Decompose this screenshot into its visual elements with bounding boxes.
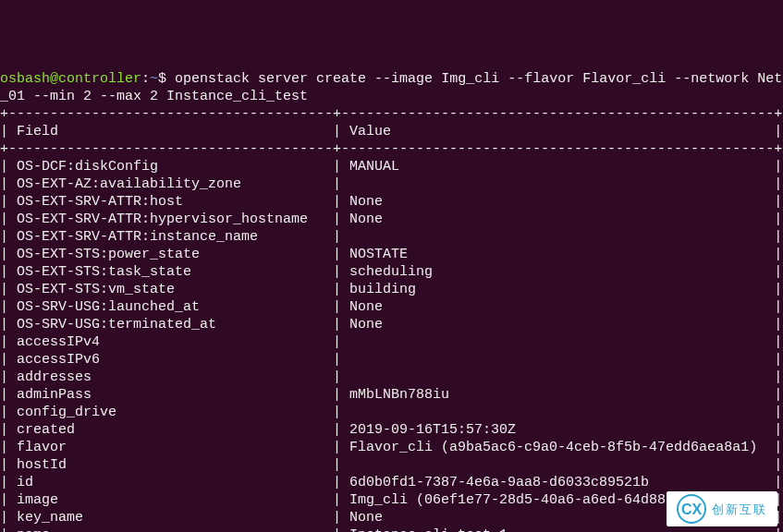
table-row: | addresses | | <box>0 369 782 385</box>
table-row: | accessIPv4 | | <box>0 334 782 350</box>
table-sep-mid: +---------------------------------------… <box>0 141 782 157</box>
table-row: | OS-EXT-SRV-ATTR:hypervisor_hostname | … <box>0 212 782 227</box>
table-row: | OS-EXT-SRV-ATTR:host | None | <box>0 194 782 210</box>
prompt-user-host: osbash@controller <box>0 71 141 87</box>
watermark-glyph: CX <box>677 494 706 524</box>
watermark-text: 创新互联 <box>712 501 767 518</box>
prompt-path: ~ <box>150 71 158 87</box>
watermark-logo: CX 创新互联 <box>667 491 777 526</box>
table-row: | name | Instance_cli_test-1 | <box>0 527 782 532</box>
table-row: | adminPass | mMbLNBn788iu | <box>0 387 782 403</box>
table-row: | accessIPv6 | | <box>0 352 782 368</box>
table-row: | OS-EXT-STS:power_state | NOSTATE | <box>0 247 782 262</box>
table-row: | OS-SRV-USG:launched_at | None | <box>0 299 782 315</box>
table-row: | id | 6d0b0fd1-7387-4e6a-9aa8-d6033c895… <box>0 475 782 490</box>
prompt-colon: : <box>141 71 150 87</box>
table-row: | OS-DCF:diskConfig | MANUAL | <box>0 159 782 175</box>
table-row: | OS-EXT-SRV-ATTR:instance_name | | <box>0 229 782 245</box>
table-row: | created | 2019-09-16T15:57:30Z | <box>0 422 782 438</box>
command-line: openstack server create --image Img_cli … <box>175 71 782 87</box>
table-row: | OS-EXT-STS:vm_state | building | <box>0 282 782 297</box>
table-row: | OS-EXT-STS:task_state | scheduling | <box>0 264 782 280</box>
table-row: | key_name | None | <box>0 510 782 526</box>
table-row: | config_drive | | <box>0 405 782 420</box>
command-line-cont: _01 --min 2 --max 2 Instance_cli_test <box>0 89 308 104</box>
table-row: | OS-EXT-AZ:availability_zone | | <box>0 176 782 192</box>
table-sep-top: +---------------------------------------… <box>0 106 782 122</box>
table-header: | Field | Value | <box>0 124 782 139</box>
table-row: | hostId | | <box>0 457 782 473</box>
table-row: | flavor | Flavor_cli (a9ba5ac6-c9a0-4ce… <box>0 440 782 455</box>
prompt-symbol: $ <box>158 71 175 87</box>
terminal-output[interactable]: osbash@controller:~$ openstack server cr… <box>0 70 783 532</box>
table-row: | OS-SRV-USG:terminated_at | None | <box>0 317 782 332</box>
table-row: | image | Img_cli (06ef1e77-28d5-40a6-a6… <box>0 492 782 508</box>
